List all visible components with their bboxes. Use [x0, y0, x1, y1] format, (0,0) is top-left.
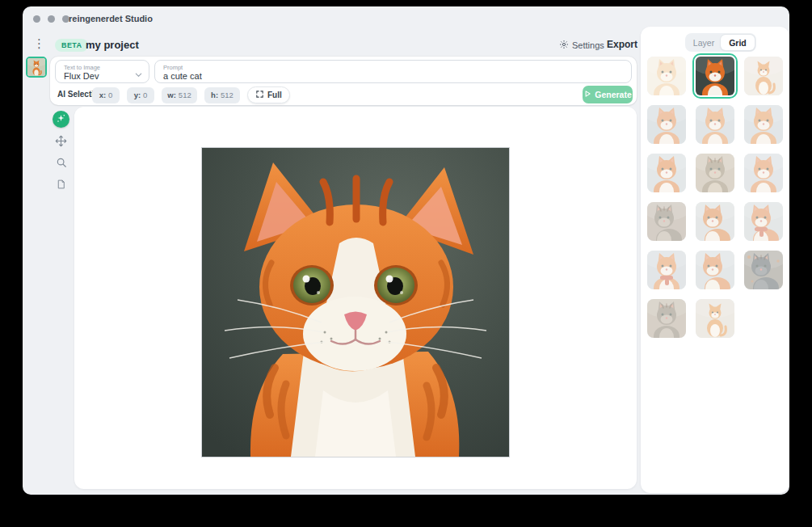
window-title: reingenerdet Studio	[69, 14, 153, 23]
generate-label: Generate	[595, 90, 632, 99]
traffic-light-minimize-button[interactable]	[48, 15, 55, 23]
grid-thumbnail-3[interactable]	[744, 57, 783, 95]
selection-y-field[interactable]: y:0	[127, 87, 154, 103]
zoom-icon	[56, 157, 67, 171]
grid-thumbnail-5[interactable]	[696, 105, 734, 144]
fullscreen-corners-icon	[255, 90, 264, 100]
selection-y-label: y:	[134, 91, 141, 99]
gear-icon	[559, 40, 569, 51]
tab-grid[interactable]: Grid	[721, 35, 755, 50]
grid-thumbnail-16[interactable]	[647, 299, 686, 338]
selection-h-field[interactable]: h:512	[204, 87, 240, 103]
grid-thumbnail-14[interactable]	[696, 251, 734, 289]
export-image-icon	[56, 179, 66, 193]
grid-thumbnail-6[interactable]	[744, 105, 783, 144]
export-button[interactable]: Export	[607, 39, 637, 50]
selection-h-label: h:	[211, 91, 218, 99]
traffic-light-close-button[interactable]	[33, 15, 40, 23]
grid-thumbnail-9[interactable]	[744, 154, 783, 192]
canvas-toolbar	[53, 111, 69, 193]
full-selection-button[interactable]: Full	[247, 86, 290, 103]
selection-x-field[interactable]: x:0	[92, 87, 120, 103]
selection-x-label: x:	[99, 91, 106, 99]
settings-button[interactable]: Settings	[559, 40, 604, 51]
generation-controls-panel: Text to Image Flux Dev Prompt a cute cat…	[50, 57, 637, 105]
grid-thumbnail-12[interactable]	[744, 202, 783, 241]
prompt-input[interactable]: Prompt a cute cat	[154, 60, 632, 83]
grid-thumbnail-17[interactable]	[696, 299, 734, 338]
grid-thumbnail-4[interactable]	[647, 105, 686, 144]
canvas-panel[interactable]	[74, 107, 637, 489]
tool-move-button[interactable]	[54, 135, 69, 150]
grid-thumbnail-1[interactable]	[647, 57, 686, 95]
more-menu-button[interactable]: ⋮	[33, 37, 45, 50]
selection-w-label: w:	[167, 91, 176, 99]
grid-thumbnail-8[interactable]	[696, 154, 734, 192]
grid-thumbnail-2[interactable]	[696, 57, 734, 95]
grid-thumbnail-10[interactable]	[647, 202, 686, 241]
tab-layer[interactable]: Layer	[687, 35, 721, 50]
selection-x-value: 0	[108, 91, 112, 99]
model-select-label: Text to Image	[64, 64, 100, 71]
selection-y-value: 0	[143, 91, 147, 99]
sidebar-tabs: LayerGrid	[685, 33, 756, 52]
cat-illustration	[202, 148, 509, 457]
prompt-input-value: a cute cat	[163, 71, 202, 81]
grid-thumbnail-13[interactable]	[647, 251, 686, 289]
grid-thumbnail-7[interactable]	[647, 154, 686, 192]
model-select[interactable]: Text to Image Flux Dev	[55, 60, 149, 83]
app-window: reingenerdet Studio ⋮ BETA my project Se…	[23, 6, 789, 495]
settings-label: Settings	[572, 40, 604, 50]
thumbnail-grid	[647, 57, 783, 338]
move-icon	[55, 135, 67, 150]
tool-ai-select-button[interactable]	[53, 111, 69, 128]
tool-zoom-button[interactable]	[54, 157, 69, 171]
gallery-sidebar: LayerGrid	[641, 27, 789, 493]
ai-select-icon	[56, 112, 66, 127]
selection-w-field[interactable]: w:512	[162, 87, 197, 103]
project-thumbnail[interactable]	[26, 57, 47, 78]
full-label: Full	[267, 91, 282, 99]
selection-h-value: 512	[221, 91, 234, 99]
desktop-background: reingenerdet Studio ⋮ BETA my project Se…	[0, 0, 812, 527]
chevron-down-icon	[134, 68, 143, 82]
beta-badge: BETA	[55, 39, 88, 52]
generated-image[interactable]	[202, 148, 509, 457]
tool-export-image-button[interactable]	[54, 179, 69, 193]
project-title: my project	[86, 39, 139, 51]
prompt-input-label: Prompt	[163, 64, 183, 71]
selection-fields: x:0y:0w:512h:512Full	[92, 86, 290, 103]
play-icon	[583, 90, 591, 99]
model-select-value: Flux Dev	[64, 71, 99, 81]
grid-thumbnail-11[interactable]	[696, 202, 734, 241]
selection-w-value: 512	[179, 91, 191, 99]
generate-button[interactable]: Generate	[583, 86, 633, 103]
grid-thumbnail-15[interactable]	[744, 251, 783, 289]
